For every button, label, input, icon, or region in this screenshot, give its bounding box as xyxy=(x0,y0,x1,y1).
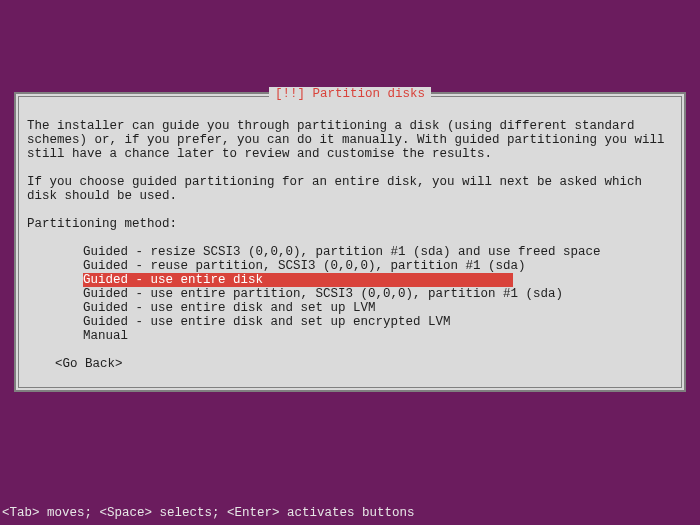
option-use-entire-disk[interactable]: Guided - use entire disk xyxy=(83,273,513,287)
dialog-paragraph-1: The installer can guide you through part… xyxy=(27,119,673,161)
dialog-body: The installer can guide you through part… xyxy=(27,119,673,371)
option-reuse-partition[interactable]: Guided - reuse partition, SCSI3 (0,0,0),… xyxy=(83,259,526,273)
dialog-title: [!!] Partition disks xyxy=(269,87,431,101)
option-resize[interactable]: Guided - resize SCSI3 (0,0,0), partition… xyxy=(83,245,601,259)
option-encrypted-lvm[interactable]: Guided - use entire disk and set up encr… xyxy=(83,315,451,329)
partition-dialog: [!!] Partition disks The installer can g… xyxy=(14,92,686,392)
dialog-paragraph-2: If you choose guided partitioning for an… xyxy=(27,175,673,203)
dialog-inner: [!!] Partition disks The installer can g… xyxy=(18,96,682,388)
help-bar: <Tab> moves; <Space> selects; <Enter> ac… xyxy=(0,504,700,522)
go-back-button[interactable]: <Go Back> xyxy=(55,357,673,371)
partition-method-options: Guided - resize SCSI3 (0,0,0), partition… xyxy=(83,245,673,343)
partition-method-label: Partitioning method: xyxy=(27,217,673,231)
option-manual[interactable]: Manual xyxy=(83,329,128,343)
option-use-entire-partition[interactable]: Guided - use entire partition, SCSI3 (0,… xyxy=(83,287,563,301)
option-lvm[interactable]: Guided - use entire disk and set up LVM xyxy=(83,301,376,315)
